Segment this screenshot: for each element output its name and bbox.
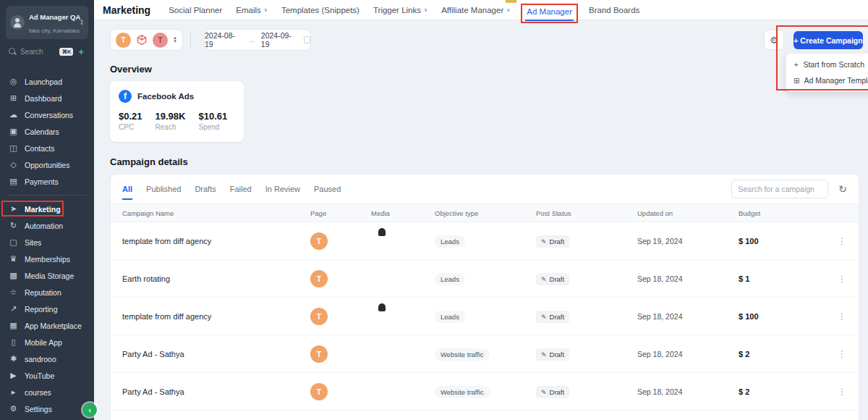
filter-tab-drafts[interactable]: Drafts xyxy=(195,185,216,193)
sidebar-item-courses[interactable]: ▸courses xyxy=(0,384,94,400)
tab-ad-manager[interactable]: Ad Manager xyxy=(527,7,572,16)
reputation-star-icon: ☆ xyxy=(9,287,18,297)
sidebar-item-youtube[interactable]: ▶YouTube xyxy=(0,367,94,384)
sidebar-item-media-storage[interactable]: ▩Media Storage xyxy=(0,267,94,284)
filter-tab-all[interactable]: All xyxy=(122,185,132,193)
campaigns-table-card: All Published Drafts Failed In Review Pa… xyxy=(110,174,859,420)
sidebar-item-opportunities[interactable]: ◇Opportunities xyxy=(0,156,94,173)
updated-on: Sep 18, 2024 xyxy=(637,387,739,396)
page-avatar: T xyxy=(310,308,328,325)
sidebar-item-app-marketplace[interactable]: ▦App Marketplace xyxy=(0,317,94,334)
sidebar-item-payments[interactable]: ▤Payments xyxy=(0,173,94,190)
table-header: Campaign Name Page Media Objective type … xyxy=(111,203,859,222)
account-name: Ad Manager QA xyxy=(29,13,80,21)
sidebar-item-dashboard[interactable]: ⊞Dashboard xyxy=(0,90,94,106)
tab-emails[interactable]: Emails∨ xyxy=(236,6,268,14)
sidebar-item-memberships[interactable]: ♛Memberships xyxy=(0,251,94,267)
campaign-name: Earth rotating xyxy=(122,274,310,283)
objective-type: Leads xyxy=(435,273,465,285)
sidebar-item-reputation[interactable]: ☆Reputation xyxy=(0,284,94,301)
account-switcher[interactable]: Ad Manager QA fake city, Karnataka ▲▼ xyxy=(6,6,88,39)
sidebar-item-marketing[interactable]: ➤ Marketing xyxy=(0,201,94,217)
chat-icon: ☁ xyxy=(9,110,18,119)
sidebar-collapse-button[interactable]: ‹ xyxy=(82,403,97,417)
stat-cpc: $0.21 CPC xyxy=(119,111,142,131)
status-badge: ✎Draft xyxy=(536,348,569,361)
tab-brand-boards[interactable]: Brand Boards xyxy=(589,6,639,14)
menu-item-ad-manager-templates[interactable]: ⊞Ad Manager Templates xyxy=(786,72,868,88)
updated-on: Sep 19, 2024 xyxy=(637,237,739,245)
opportunities-icon: ◇ xyxy=(9,160,18,169)
table-row[interactable]: Party Ad - Sathya T Website traffic ✎Dra… xyxy=(111,373,859,411)
sidebar-item-sandrooo[interactable]: ✱sandrooo xyxy=(0,350,94,367)
sidebar-item-contacts[interactable]: ◫Contacts xyxy=(0,140,94,156)
reporting-trend-icon: ↗ xyxy=(9,304,18,314)
campaign-name: template from diff agency xyxy=(122,312,310,321)
row-menu-button[interactable]: ⋮ xyxy=(838,349,846,359)
filter-tab-in-review[interactable]: In Review xyxy=(265,185,300,193)
chevron-down-icon: ∨ xyxy=(264,7,268,13)
page-title: Marketing xyxy=(103,4,150,16)
quick-add-button[interactable]: + xyxy=(77,46,85,57)
budget: $ 2 xyxy=(739,350,825,358)
campaign-search-input[interactable] xyxy=(731,180,828,198)
table-row[interactable]: template from diff agency T Leads ✎Draft… xyxy=(111,298,859,335)
sidebar-item-sites[interactable]: ▢Sites xyxy=(0,234,94,251)
table-row[interactable]: Party Ad - Sathya T Website traffic ✎Dra… xyxy=(111,335,859,373)
ad-settings-button[interactable]: ⚙ xyxy=(764,30,784,50)
dashboard-icon: ⊞ xyxy=(9,93,18,103)
sidebar-item-reporting[interactable]: ↗Reporting xyxy=(0,301,94,317)
row-menu-button[interactable]: ⋮ xyxy=(838,274,846,284)
pencil-icon: ✎ xyxy=(541,314,547,321)
row-menu-button[interactable]: ⋮ xyxy=(838,311,846,322)
filter-tab-paused[interactable]: Paused xyxy=(314,185,341,193)
table-row[interactable]: template from diff agency T Leads ✎Draft… xyxy=(111,222,859,260)
row-menu-button[interactable]: ⋮ xyxy=(838,387,846,397)
sidebar-item-calendars[interactable]: ▣Calendars xyxy=(0,123,94,140)
courses-play-icon: ▸ xyxy=(9,387,18,397)
date-range-picker[interactable]: 2024-08-19 → 2024-09-19 xyxy=(204,29,311,51)
sidebar-item-conversations[interactable]: ☁Conversations xyxy=(0,106,94,123)
row-menu-button[interactable]: ⋮ xyxy=(838,236,846,246)
budget: $ 100 xyxy=(739,312,825,321)
menu-item-start-from-scratch[interactable]: +Start from Scratch xyxy=(786,56,868,72)
date-from: 2024-08-19 xyxy=(205,31,241,49)
page-avatar: T xyxy=(310,345,328,363)
tab-trigger-links[interactable]: Trigger Links∨ xyxy=(373,6,427,14)
filter-tab-failed[interactable]: Failed xyxy=(230,185,252,193)
refresh-icon[interactable]: ↻ xyxy=(838,183,847,195)
table-row[interactable]: Earth rotating T Leads ✎Draft Sep 18, 20… xyxy=(111,260,859,298)
tab-social-planner[interactable]: Social Planner xyxy=(169,6,222,14)
arrow-right-icon: → xyxy=(247,36,255,44)
sidebar-search[interactable]: Search ⌘K + xyxy=(6,43,88,60)
pencil-icon: ✎ xyxy=(541,351,547,358)
annotation-box-ad-manager: Ad Manager xyxy=(521,4,578,23)
status-filter-tabs: All Published Drafts Failed In Review Pa… xyxy=(111,175,859,203)
main-content: Marketing Social Planner Emails∨ Templat… xyxy=(94,0,868,420)
objective-type: Leads xyxy=(435,235,465,248)
overview-heading: Overview xyxy=(110,64,152,75)
sidebar-item-mobile-app[interactable]: ▯Mobile App xyxy=(0,334,94,350)
create-campaign-button[interactable]: + Create Campaign xyxy=(793,31,863,49)
meta-cube-icon xyxy=(135,33,149,47)
custom-app-icon: ✱ xyxy=(9,354,18,364)
sidebar-item-automation[interactable]: ↻Automation xyxy=(0,217,94,234)
status-badge: ✎Draft xyxy=(536,235,569,248)
objective-type: Website traffic xyxy=(435,348,490,361)
pencil-icon: ✎ xyxy=(541,276,547,283)
sidebar-divider xyxy=(7,195,87,196)
filter-tab-published[interactable]: Published xyxy=(146,185,181,193)
tab-affiliate-manager[interactable]: Affiliate Manager∨ xyxy=(441,6,510,14)
sidebar-item-settings[interactable]: ⚙Settings xyxy=(0,400,94,417)
account-avatars-selector[interactable]: T T ▲▼ xyxy=(110,29,183,51)
sidebar-item-launchpad[interactable]: ◎Launchpad xyxy=(0,73,94,90)
chevron-down-icon: ∨ xyxy=(424,7,427,13)
account-location: fake city, Karnataka xyxy=(29,28,80,34)
tab-templates-snippets[interactable]: Templates (Snippets) xyxy=(281,6,359,14)
create-campaign-menu: +Start from Scratch ⊞Ad Manager Template… xyxy=(786,53,868,92)
marketing-send-icon: ➤ xyxy=(9,204,18,214)
budget: $ 1 xyxy=(739,274,825,283)
media-storage-icon: ▩ xyxy=(9,271,18,280)
search-icon xyxy=(9,48,17,56)
chevron-down-icon: ∨ xyxy=(506,7,510,13)
